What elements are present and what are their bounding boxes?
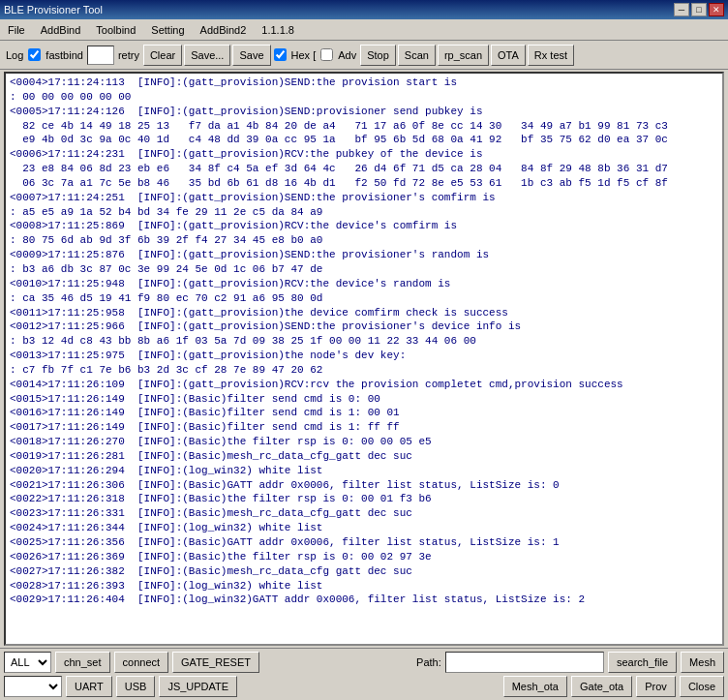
menu-file[interactable]: File [4, 23, 29, 37]
window-controls: ─ □ ✕ [674, 3, 724, 16]
log-line: <0022>17:11:26:318 [INFO]:(Basic)the fil… [10, 492, 718, 506]
title-bar: BLE Provisioner Tool ─ □ ✕ [0, 0, 728, 19]
hex-checkbox[interactable] [274, 48, 287, 61]
log-line: <0027>17:11:26:382 [INFO]:(Basic)mesh_rc… [10, 564, 718, 579]
toolbar: Log fastbind 2 retry Clear Save... Save … [0, 41, 728, 70]
log-line: <0015>17:11:26:149 [INFO]:(Basic)filter … [10, 392, 718, 407]
gate-ota-button[interactable]: Gate_ota [571, 676, 632, 697]
log-line: 06 3c 7a a1 7c 5e b8 46 35 bd 6b 61 d8 1… [10, 176, 718, 191]
retry-input[interactable]: 2 [87, 46, 114, 65]
bottom-row-2: UART USB JS_UPDATE Mesh_ota Gate_ota Pro… [4, 676, 724, 697]
search-file-button[interactable]: search_file [608, 652, 677, 673]
log-line: <0029>17:11:26:404 [INFO]:(log_win32)GAT… [10, 593, 718, 607]
gate-reset-button[interactable]: GATE_RESET [172, 652, 259, 673]
adv-checkbox[interactable] [320, 48, 333, 61]
log-line: <0009>17:11:25:876 [INFO]:(gatt_provisio… [10, 248, 718, 262]
clear-button[interactable]: Clear [143, 45, 182, 66]
log-line: <0025>17:11:26:356 [INFO]:(Basic)GATT ad… [10, 535, 718, 550]
log-line: : 00 00 00 00 00 00 [10, 90, 718, 105]
log-line: <0007>17:11:24:251 [INFO]:(gatt_provisio… [10, 191, 718, 205]
mesh-button[interactable]: Mesh [681, 652, 724, 673]
log-line: : a5 e5 a9 1a 52 b4 bd 34 fe 29 11 2e c5… [10, 205, 718, 220]
chn-set-button[interactable]: chn_set [55, 652, 110, 673]
log-line: e9 4b 0d 3c 9a 0c 40 1d c4 48 dd 39 0a c… [10, 133, 718, 147]
menu-toolbind[interactable]: Toolbind [92, 23, 139, 37]
log-line: <0024>17:11:26:344 [INFO]:(log_win32) wh… [10, 521, 718, 535]
fastbind-label: fastbind [44, 49, 85, 61]
log-line: <0016>17:11:26:149 [INFO]:(Basic)filter … [10, 406, 718, 420]
window-title: BLE Provisioner Tool [4, 4, 103, 15]
prov-button[interactable]: Prov [636, 676, 676, 697]
log-line: : 80 75 6d ab 9d 3f 6b 39 2f f4 27 34 45… [10, 233, 718, 248]
menu-addbind2[interactable]: AddBind2 [197, 23, 251, 37]
save-button[interactable]: Save [232, 45, 270, 66]
connect-button[interactable]: connect [114, 652, 169, 673]
log-line: 82 ce 4b 14 49 18 25 13 f7 da a1 4b 84 2… [10, 119, 718, 134]
ota-button[interactable]: OTA [491, 45, 526, 66]
log-area[interactable]: <0004>17:11:24:113 [INFO]:(gatt_provisio… [4, 72, 724, 646]
close-button[interactable]: ✕ [709, 3, 724, 16]
log-line: <0013>17:11:25:975 [INFO]:(gatt_provisio… [10, 349, 718, 363]
log-line: <0017>17:11:26:149 [INFO]:(Basic)filter … [10, 420, 718, 435]
log-line: : b3 a6 db 3c 87 0c 3e 99 24 5e 0d 1c 06… [10, 262, 718, 277]
log-label: Log [4, 49, 25, 61]
retry-label: retry [116, 49, 141, 61]
log-line: : c7 fb 7f c1 7e b6 b3 2d 3c cf 28 7e 89… [10, 363, 718, 378]
minimize-button[interactable]: ─ [674, 3, 689, 16]
log-line: : ca 35 46 d5 19 41 f9 80 ec 70 c2 91 a6… [10, 291, 718, 306]
js-update-button[interactable]: JS_UPDATE [159, 676, 237, 697]
menu-setting[interactable]: Setting [147, 23, 188, 37]
log-line: 23 e8 84 06 8d 23 eb e6 34 8f c4 5a ef 3… [10, 162, 718, 176]
rp-scan-button[interactable]: rp_scan [438, 45, 489, 66]
bottom-bar: ALL CH1 CH2 CH3 chn_set connect GATE_RES… [0, 648, 728, 700]
hex-label: Hex [ [289, 49, 318, 61]
save-dialog-button[interactable]: Save... [184, 45, 230, 66]
log-line: <0012>17:11:25:966 [INFO]:(gatt_provisio… [10, 320, 718, 334]
mesh-ota-button[interactable]: Mesh_ota [503, 676, 567, 697]
log-line: <0023>17:11:26:331 [INFO]:(Basic)mesh_rc… [10, 506, 718, 521]
uart-button[interactable]: UART [66, 676, 112, 697]
menu-addbind[interactable]: AddBind [37, 23, 85, 37]
log-line: <0011>17:11:25:958 [INFO]:(gatt_provisio… [10, 306, 718, 320]
maximize-button[interactable]: □ [691, 3, 707, 16]
close-button[interactable]: Close [680, 676, 724, 697]
log-line: <0019>17:11:26:281 [INFO]:(Basic)mesh_rc… [10, 449, 718, 464]
log-line: <0014>17:11:26:109 [INFO]:(gatt_provisio… [10, 378, 718, 392]
menu-bar: File AddBind Toolbind Setting AddBind2 1… [0, 19, 728, 41]
log-line: <0028>17:11:26:393 [INFO]:(log_win32) wh… [10, 579, 718, 593]
path-input[interactable] [445, 652, 604, 673]
log-line: <0005>17:11:24:126 [INFO]:(gatt_provisio… [10, 105, 718, 119]
log-line: <0010>17:11:25:948 [INFO]:(gatt_provisio… [10, 277, 718, 291]
menu-version: 1.1.1.8 [258, 23, 298, 37]
bottom-row-1: ALL CH1 CH2 CH3 chn_set connect GATE_RES… [4, 652, 724, 673]
adv-label: Adv [336, 49, 358, 61]
log-line: <0004>17:11:24:113 [INFO]:(gatt_provisio… [10, 76, 718, 90]
log-line: <0018>17:11:26:270 [INFO]:(Basic)the fil… [10, 435, 718, 449]
log-line: <0006>17:11:24:231 [INFO]:(gatt_provisio… [10, 147, 718, 162]
log-line: <0020>17:11:26:294 [INFO]:(log_win32) wh… [10, 464, 718, 478]
main-content: <0004>17:11:24:113 [INFO]:(gatt_provisio… [0, 70, 728, 700]
scan-button[interactable]: Scan [398, 45, 436, 66]
log-line: : b3 12 4d c8 43 bb 8b a6 1f 03 5a 7d 09… [10, 334, 718, 349]
log-line: <0026>17:11:26:369 [INFO]:(Basic)the fil… [10, 550, 718, 564]
log-line: <0008>17:11:25:869 [INFO]:(gatt_provisio… [10, 219, 718, 233]
log-checkbox[interactable] [28, 48, 41, 61]
stop-button[interactable]: Stop [360, 45, 396, 66]
rx-test-button[interactable]: Rx test [528, 45, 574, 66]
second-select[interactable] [4, 676, 62, 697]
channel-select[interactable]: ALL CH1 CH2 CH3 [4, 652, 51, 673]
log-line: <0021>17:11:26:306 [INFO]:(Basic)GATT ad… [10, 478, 718, 493]
usb-button[interactable]: USB [116, 676, 156, 697]
path-label: Path: [416, 656, 441, 668]
